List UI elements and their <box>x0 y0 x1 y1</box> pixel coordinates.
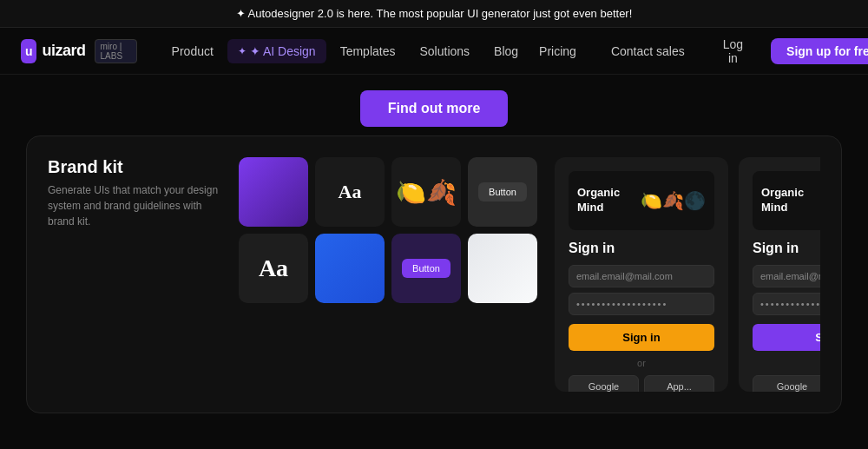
organic-mind-banner-large: OrganicMind 🌑🍋🍂🌀 <box>753 171 820 230</box>
brand-kit-description: Generate UIs that match your design syst… <box>48 182 221 229</box>
google-button-large[interactable]: Google <box>753 375 820 392</box>
grid-cell-aa-light: Aa <box>239 234 308 303</box>
organic-mind-decoration-small: 🍋🍂🌑 <box>627 190 706 211</box>
organic-mind-banner-small: OrganicMind 🍋🍂🌑 <box>569 171 714 230</box>
announcement-bar: ✦ Autodesigner 2.0 is here. The most pop… <box>0 0 868 28</box>
find-out-more-button[interactable]: Find out more <box>360 90 509 127</box>
brand-kit-title: Brand kit <box>48 157 221 177</box>
grid-cell-button-purple: Button <box>391 234 461 303</box>
ui-grid: Aa 🍋🍂 Button Aa Button <box>239 157 537 392</box>
grid-cell-light <box>468 234 537 303</box>
nav-contact-sales[interactable]: Contact sales <box>601 39 695 63</box>
email-input-large[interactable]: email.email@mail.com <box>753 265 820 287</box>
fruit-decoration: 🍋🍂 <box>391 157 461 227</box>
nav-solutions[interactable]: Solutions <box>409 39 480 63</box>
nav-templates[interactable]: Templates <box>330 39 406 63</box>
signin-button-small[interactable]: Sign in <box>569 324 714 351</box>
signin-card-small: OrganicMind 🍋🍂🌑 Sign in email.email@mail… <box>555 157 728 392</box>
signin-button-large[interactable]: Sign in <box>753 324 820 351</box>
nav-links: Product ✦ ✦ AI Design Templates Solution… <box>161 39 529 63</box>
button-sample-purple: Button <box>402 259 450 278</box>
or-divider-small: or <box>569 358 714 368</box>
logo-text: uizard <box>42 42 85 60</box>
nav-right: Pricing Contact sales Log in Sign up for… <box>529 31 868 71</box>
signin-cards-area: OrganicMind 🍋🍂🌑 Sign in email.email@mail… <box>555 157 820 392</box>
password-dots-large: •••••••••••••••••• <box>760 299 820 309</box>
nav-ai-design-label: ✦ AI Design <box>250 44 316 58</box>
main-content: Brand kit Generate UIs that match your d… <box>0 135 868 413</box>
grid-cell-fruit: 🍋🍂 <box>391 157 461 227</box>
social-buttons-small: Google App... <box>569 375 714 392</box>
logo-area: u uizard miro | LABS <box>21 39 137 63</box>
grid-cell-aa-dark: Aa <box>315 157 385 227</box>
grid-cell-purple <box>239 157 308 227</box>
logo-badge: miro | LABS <box>95 39 137 63</box>
or-divider-large: or <box>753 358 820 368</box>
brand-kit-card: Brand kit Generate UIs that match your d… <box>26 135 842 413</box>
nav-ai-design[interactable]: ✦ ✦ AI Design <box>227 39 326 63</box>
ai-star-icon: ✦ <box>238 45 247 57</box>
logo-icon: u <box>21 39 36 63</box>
organic-mind-decoration-large: 🌑🍋🍂🌀 <box>811 190 820 211</box>
google-button-small[interactable]: Google <box>569 375 639 392</box>
navbar: u uizard miro | LABS Product ✦ ✦ AI Desi… <box>0 28 868 75</box>
password-input-small[interactable]: •••••••••••••••••• <box>569 293 714 315</box>
brand-kit-info: Brand kit Generate UIs that match your d… <box>48 157 221 392</box>
login-button[interactable]: Log in <box>709 31 757 71</box>
apple-button-small[interactable]: App... <box>644 375 714 392</box>
password-dots-small: •••••••••••••••••• <box>576 299 707 309</box>
nav-product[interactable]: Product <box>161 39 224 63</box>
button-sample-dark: Button <box>478 182 527 201</box>
organic-mind-text-small: OrganicMind <box>577 186 620 215</box>
announcement-text: ✦ Autodesigner 2.0 is here. The most pop… <box>236 7 633 20</box>
signup-button[interactable]: Sign up for free <box>771 38 868 64</box>
social-buttons-large: Google Apple <box>753 375 820 392</box>
grid-cell-blue <box>315 234 385 303</box>
password-input-large[interactable]: •••••••••••••••••• 👁 <box>753 293 820 315</box>
email-input-small[interactable]: email.email@mail.com <box>569 265 714 287</box>
hero-section: Find out more <box>0 75 868 135</box>
nav-pricing[interactable]: Pricing <box>529 39 587 63</box>
grid-cell-button-dark: Button <box>468 157 537 227</box>
signin-title-small: Sign in <box>569 241 714 256</box>
organic-mind-text-large: OrganicMind <box>761 186 804 215</box>
signin-card-large: OrganicMind 🌑🍋🍂🌀 Sign in email.email@mai… <box>739 157 820 392</box>
signin-title-large: Sign in <box>753 241 820 256</box>
nav-blog[interactable]: Blog <box>483 39 529 63</box>
